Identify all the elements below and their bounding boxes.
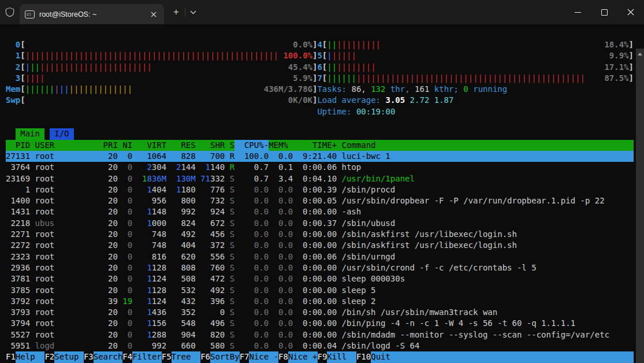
- cell-pid: 5951: [6, 340, 30, 351]
- cell-command: /usr/sbin/crond -f -c /etc/crontabs -l 5: [337, 262, 634, 273]
- minimize-icon: [575, 12, 581, 13]
- process-row[interactable]: 3764root200230421441140R0.70.10:00.06hto…: [6, 162, 634, 173]
- meter-label: 4: [317, 39, 322, 50]
- fkey-f2[interactable]: F2Setup: [44, 351, 83, 362]
- fkey-f7[interactable]: F7Nice -: [240, 351, 278, 362]
- process-row[interactable]: 2936root2001128808760S0.00.00:00.00/usr/…: [6, 262, 634, 273]
- cell-ni: 0: [118, 318, 132, 329]
- scrollbar[interactable]: [636, 49, 644, 363]
- cell-res: 620: [166, 251, 196, 262]
- process-row[interactable]: 5527root2001288904820S0.00.00:00.00/sbin…: [6, 329, 634, 340]
- fkey-f9[interactable]: F9Kill: [318, 351, 356, 362]
- meter-bar-zone: ||||||||||||||||||||||||||||||||||||||||…: [327, 73, 628, 84]
- cell-pri: 20: [79, 307, 117, 318]
- cell-shr: 924: [196, 206, 225, 217]
- process-row[interactable]: 3794root2001156548496S0.00.00:00.00/bin/…: [6, 318, 634, 329]
- fkey-f10[interactable]: F10Quit: [356, 351, 400, 362]
- cell-shr: 700: [196, 151, 225, 162]
- tab-dropdown-button[interactable]: [185, 0, 200, 24]
- process-row[interactable]: 3781root2001124508472S0.00.00:00.00sleep…: [6, 273, 634, 284]
- fkey-f5[interactable]: F5Tree: [162, 351, 200, 362]
- column-header-virt[interactable]: VIRT: [132, 140, 166, 151]
- cell-state: S: [225, 240, 234, 251]
- fkey-f6[interactable]: F6SortBy: [200, 351, 239, 362]
- meter-label: Swp: [6, 95, 20, 106]
- process-row[interactable]: 23169root2001836M130M71332S0.73.40:04.10…: [6, 173, 634, 184]
- cell-pid: 3794: [6, 318, 30, 329]
- cell-command: /sbin/askfirst /usr/libexec/login.sh: [337, 229, 634, 240]
- title-bar[interactable]: c:\ root@iStoreOS: ~ +: [0, 0, 644, 24]
- cell-pid: 27131: [6, 151, 30, 162]
- column-header-cpu[interactable]: CPU%-: [234, 140, 269, 151]
- fkey-f4[interactable]: F4Filter: [122, 351, 161, 362]
- new-tab-button[interactable]: +: [167, 0, 185, 24]
- cell-mem: 0.0: [269, 218, 293, 229]
- fkey-f8[interactable]: F8Nice +: [278, 351, 317, 362]
- cell-pri: 20: [79, 195, 117, 206]
- cell-virt: 1436: [132, 307, 166, 318]
- process-row[interactable]: 2272root200748404372S0.00.00:00.00/sbin/…: [6, 240, 634, 251]
- terminal-tab[interactable]: c:\ root@iStoreOS: ~: [20, 4, 164, 24]
- tab-main[interactable]: Main: [16, 128, 45, 139]
- process-row[interactable]: 3793root20014363520S0.00.00:00.00/bin/sh…: [6, 307, 634, 318]
- process-row[interactable]: 27131root2001064828700R100.00.09:21.40lu…: [6, 151, 634, 162]
- function-key-bar: F1Help F2Setup F3SearchF4FilterF5Tree F6…: [6, 351, 634, 362]
- fkey-f1[interactable]: F1Help: [6, 351, 44, 362]
- cell-pri: 20: [79, 206, 117, 217]
- column-header-time[interactable]: TIME+: [293, 140, 337, 151]
- cell-time: 0:00.06: [293, 162, 337, 173]
- column-header-mem[interactable]: MEM%: [269, 140, 293, 151]
- meter-bars: ||||: [25, 73, 45, 84]
- cell-time: 0:00.00: [293, 329, 337, 340]
- process-row[interactable]: 5951logd200992660580S0.00.00:00.04/sbin/…: [6, 340, 634, 351]
- cell-virt: 1148: [132, 206, 166, 217]
- column-header-pri[interactable]: PRI: [79, 140, 117, 151]
- tab-close-button[interactable]: [148, 9, 159, 20]
- cell-shr: 776: [196, 184, 225, 195]
- terminal-icon: c:\: [25, 10, 35, 18]
- scroll-up-button[interactable]: [636, 50, 644, 58]
- process-row[interactable]: 3792root39191124432396S0.00.00:00.00slee…: [6, 296, 634, 307]
- cell-time: 0:00.04: [293, 340, 337, 351]
- process-row[interactable]: 2218ubus2001000824672S0.00.00:00.37/sbin…: [6, 218, 634, 229]
- cell-pri: 20: [79, 151, 117, 162]
- column-header-cmd[interactable]: Command: [337, 140, 634, 151]
- cell-ni: 0: [118, 262, 132, 273]
- meter-value: 18.4%: [600, 39, 629, 50]
- column-header-res[interactable]: RES: [166, 140, 196, 151]
- maximize-button[interactable]: [591, 0, 617, 24]
- cell-state: S: [225, 307, 234, 318]
- close-button[interactable]: [617, 0, 644, 24]
- column-header-s[interactable]: S: [225, 140, 234, 151]
- cell-mem: 0.0: [269, 151, 293, 162]
- tab-i-o[interactable]: I/O: [50, 128, 74, 139]
- cell-pid: 1: [6, 184, 30, 195]
- cell-user: root: [30, 195, 79, 206]
- column-header-shr[interactable]: SHR: [196, 140, 225, 151]
- process-row[interactable]: 1root20014041180776S0.00.00:00.39/sbin/p…: [6, 184, 634, 195]
- cell-pid: 1431: [6, 206, 30, 217]
- cell-pri: 20: [79, 262, 117, 273]
- process-row[interactable]: 3785root2001128532492S0.00.00:00.00sleep…: [6, 285, 634, 296]
- cell-ni: 0: [118, 240, 132, 251]
- cell-state: S: [225, 173, 234, 184]
- cell-mem: 0.0: [269, 285, 293, 296]
- fkey-f3[interactable]: F3Search: [84, 351, 122, 362]
- meter-label: 0: [6, 39, 20, 50]
- cell-command: /sbin/logd -S 64: [337, 340, 634, 351]
- cell-user: root: [30, 285, 79, 296]
- column-header-pid[interactable]: PID: [6, 140, 30, 151]
- process-row[interactable]: 2271root200748492456S0.00.00:00.00/sbin/…: [6, 229, 634, 240]
- cell-command: /bin/ping -4 -n -c 1 -W 4 -s 56 -t 60 -q…: [337, 318, 634, 329]
- column-header-user[interactable]: USER: [30, 140, 79, 151]
- meter-bars: ||||||: [327, 50, 356, 61]
- column-header-ni[interactable]: NI: [118, 140, 132, 151]
- cell-command: /sbin/urngd: [337, 251, 634, 262]
- minimize-button[interactable]: [564, 0, 591, 24]
- cell-mem: 0.0: [269, 184, 293, 195]
- process-row[interactable]: 1400root200956800732S0.00.00:00.05/usr/s…: [6, 195, 634, 206]
- cell-virt: 1404: [132, 184, 166, 195]
- process-row[interactable]: 2323root200816620556S0.00.00:00.06/sbin/…: [6, 251, 634, 262]
- cell-ni: 0: [118, 218, 132, 229]
- process-row[interactable]: 1431root2001148992924S0.00.00:00.00-ash: [6, 206, 634, 217]
